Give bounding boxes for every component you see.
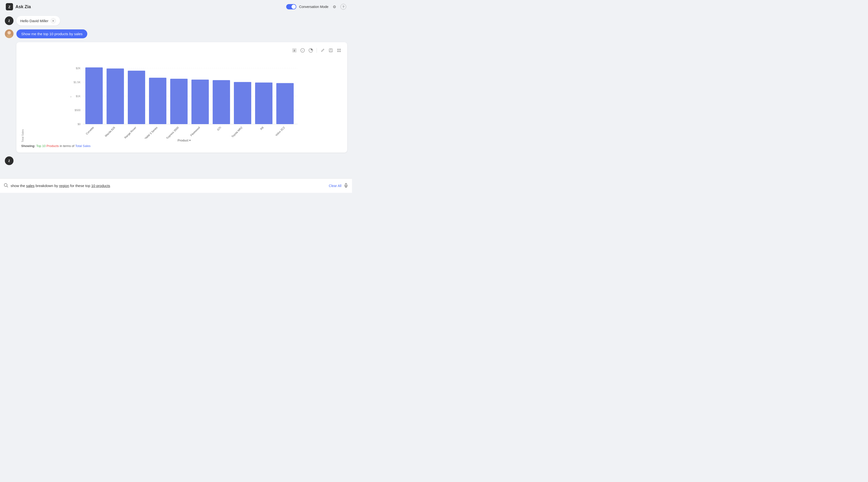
bar-chart-svg: $0 $500 $1K $1.5K $2K › (26, 57, 342, 138)
svg-text:Volvo 2C2: Volvo 2C2 (275, 126, 285, 137)
help-icon[interactable]: ? (340, 4, 346, 10)
svg-text:Z: Z (8, 19, 10, 23)
zia-toolbar-icon[interactable]: Z (291, 47, 298, 54)
svg-text:$0: $0 (78, 123, 81, 126)
user-avatar-image (5, 29, 13, 38)
info-toolbar-icon[interactable]: i (299, 47, 306, 54)
svg-rect-13 (330, 51, 332, 52)
x-axis-label-text: Product (178, 138, 189, 142)
svg-text:$2K: $2K (76, 67, 81, 70)
search-icon (4, 183, 8, 189)
zia-avatar: Z (5, 17, 13, 25)
chart-type-toolbar-icon[interactable] (307, 47, 314, 54)
search-bar: show the sales breakdown by region for t… (0, 178, 352, 193)
svg-point-41 (4, 183, 7, 186)
bar-volvo2c2[interactable] (276, 83, 294, 124)
header-right: Conversation Mode ⚙ ? (286, 4, 346, 10)
main-content: Z Hello David Miller ▾ Show me the top 1… (0, 13, 352, 178)
bar-fleetwood[interactable] (191, 79, 209, 124)
svg-point-4 (7, 31, 11, 34)
clear-all-button[interactable]: Clear All (329, 184, 341, 188)
x-axis-label-container: Product ▾ (26, 138, 342, 142)
y-axis-label: Total Sales (21, 57, 24, 142)
bar-mazda626[interactable] (106, 68, 124, 124)
svg-text:Corvette: Corvette (85, 126, 94, 135)
search-input-display: show the sales breakdown by region for t… (10, 184, 327, 188)
toggle-knob (291, 5, 296, 9)
chart-card: Z i (17, 42, 347, 153)
svg-text:Fleetwood: Fleetwood (190, 126, 200, 137)
bar-express3500[interactable] (170, 79, 188, 124)
zia-avatar-bottom: Z (5, 156, 13, 165)
svg-rect-14 (337, 49, 339, 50)
user-message-bubble: Show me the top 10 products by sales (17, 29, 87, 38)
conversation-mode-label: Conversation Mode (299, 5, 329, 9)
chart-content: $0 $500 $1K $1.5K $2K › (26, 57, 342, 142)
svg-text:Express 3500: Express 3500 (166, 126, 179, 138)
svg-text:Z: Z (294, 50, 295, 52)
svg-text:Toyota MR2: Toyota MR2 (231, 126, 243, 138)
svg-line-42 (7, 186, 8, 187)
region-underline: region (59, 184, 69, 188)
bar-toyota-mr2[interactable] (234, 82, 251, 124)
svg-text:R8: R8 (260, 126, 264, 130)
settings-icon[interactable]: ⚙ (331, 4, 338, 10)
svg-text:$1.5K: $1.5K (73, 81, 81, 84)
zia-logo-icon: Z (6, 3, 13, 10)
svg-text:BMW 3 Series: BMW 3 Series (144, 126, 158, 138)
bar-gti[interactable] (213, 80, 230, 124)
greeting-row: Z Hello David Miller ▾ (5, 16, 347, 26)
app-title: Ask Zia (16, 4, 31, 9)
grid-toolbar-icon[interactable] (336, 47, 342, 54)
showing-in-terms: in terms of (60, 144, 75, 148)
edit-toolbar-icon[interactable] (319, 47, 326, 54)
svg-text:$1K: $1K (76, 95, 81, 98)
greeting-bubble: Hello David Miller ▾ (17, 16, 60, 26)
svg-text:i: i (302, 49, 303, 52)
showing-total-sales: Total Sales (75, 144, 91, 148)
zia-bottom-row: Z (5, 156, 347, 165)
svg-rect-16 (337, 51, 339, 52)
10products-underline: 10 products (91, 184, 110, 188)
svg-rect-43 (345, 183, 347, 186)
svg-text:›: › (70, 95, 71, 98)
showing-text: Showing: Top 10 Products in terms of Tot… (21, 144, 342, 148)
chart-toolbar: Z i (21, 47, 342, 54)
svg-text:Z: Z (8, 159, 10, 163)
svg-text:Mazda 626: Mazda 626 (104, 126, 116, 137)
bar-bmw3series[interactable] (149, 77, 166, 124)
svg-rect-12 (330, 49, 332, 50)
chart-area: Total Sales $0 $500 $1K $1.5K $2K (21, 57, 342, 142)
microphone-icon[interactable] (344, 183, 348, 189)
svg-text:Range Rover: Range Rover (124, 126, 137, 138)
greeting-chevron-button[interactable]: ▾ (51, 18, 56, 24)
showing-products: Products (46, 144, 59, 148)
header: Z Ask Zia Conversation Mode ⚙ ? (0, 0, 352, 13)
bar-corvette[interactable] (85, 67, 103, 124)
svg-rect-15 (339, 49, 341, 50)
user-avatar (5, 29, 13, 38)
svg-text:Z: Z (8, 5, 10, 9)
showing-top10: Top 10 (36, 144, 46, 148)
greeting-text: Hello David Miller (20, 19, 49, 23)
sales-underline: sales (26, 184, 34, 188)
save-toolbar-icon[interactable] (328, 47, 334, 54)
svg-text:GTI: GTI (217, 126, 222, 131)
x-axis-label-chevron[interactable]: ▾ (189, 139, 191, 142)
user-message-row: Show me the top 10 products by sales (5, 29, 347, 38)
showing-label: Showing: (21, 144, 35, 148)
svg-text:$500: $500 (75, 109, 81, 111)
svg-rect-17 (339, 51, 341, 52)
header-left: Z Ask Zia (6, 3, 31, 10)
bar-range-rover[interactable] (128, 71, 145, 124)
bar-r8[interactable] (255, 83, 273, 124)
conversation-mode-toggle[interactable] (286, 4, 296, 9)
